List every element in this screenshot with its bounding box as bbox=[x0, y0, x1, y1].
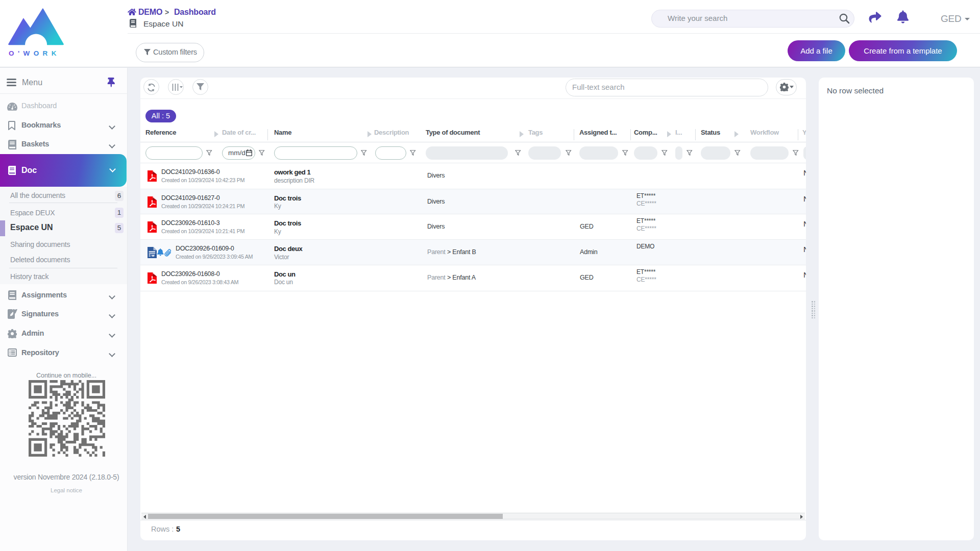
svg-text:O'WORK: O'WORK bbox=[9, 49, 60, 57]
